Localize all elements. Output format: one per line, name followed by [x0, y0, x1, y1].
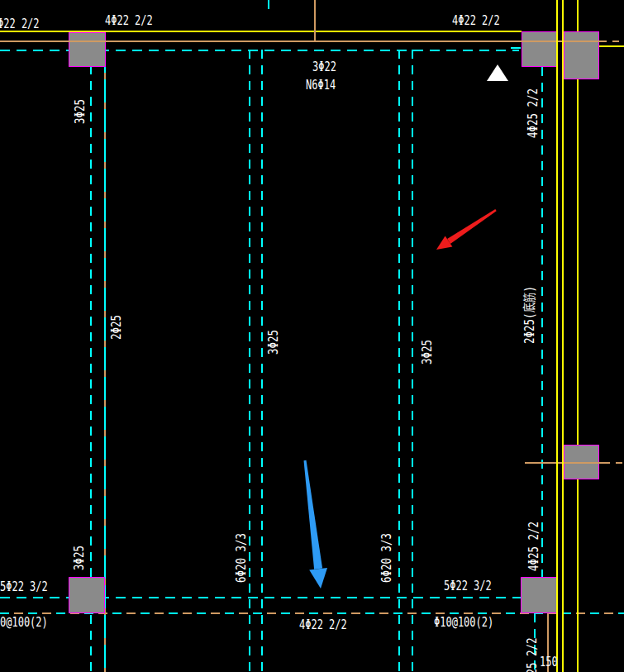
rebar-label-mid-top-bars: 3Φ22	[312, 60, 336, 74]
grid-line-mid-orange-dashed	[603, 462, 624, 464]
rebar-label-top-beam-right: 4Φ22 2/2	[452, 13, 500, 27]
rebar-label-right-beam-top: 4Φ25 2/2	[526, 88, 540, 138]
grid-line-vertical-orange-top	[314, 0, 316, 41]
rebar-label-top-beam-left: 4Φ22 2/2	[105, 13, 153, 27]
blue-arrow-annotation	[304, 460, 328, 589]
rebar-label-right-beam-lower: 4Φ25 2/2	[526, 522, 541, 571]
beam-line-center-b	[261, 50, 263, 672]
rebar-label-center-bottom-left: 6Φ20 3/3	[234, 533, 248, 583]
rebar-label-dim-150: 150	[540, 655, 558, 669]
column-bottom-left	[69, 577, 105, 613]
grid-line-topright-yellow	[598, 45, 624, 47]
rebar-label-left-beam-bottom: 3Φ25	[72, 546, 86, 570]
beam-line-right-b	[412, 50, 413, 672]
red-arrow-annotation	[436, 209, 497, 250]
rebar-label-center-bottom-right: 6Φ20 3/3	[379, 533, 393, 583]
rebar-label-top-left-cut: Φ22 2/2	[0, 17, 40, 31]
grid-line-top-orange	[0, 41, 600, 42]
column-top-right-b	[564, 31, 599, 79]
beam-tick-top-right	[511, 47, 521, 49]
rebar-label-bottom-right-stirrup: Φ10@100(2)	[434, 615, 493, 629]
rebar-label-mid-top-side-bars: N6Φ14	[306, 78, 336, 92]
rebar-label-right-bottom-bars: 2Φ25(底筋)	[522, 286, 536, 344]
rebar-label-right-beam-mid: 3Φ25	[420, 340, 434, 365]
grid-line-vertical-right-3	[577, 0, 579, 672]
triangle-marker	[487, 64, 508, 81]
rebar-label-bottom-edge-cut: 25 2/2	[525, 637, 539, 672]
beam-line-edge-upper	[541, 67, 543, 598]
column-bottom-right	[521, 577, 557, 613]
beam-tick-top-center	[268, 0, 269, 12]
column-top-right-a	[522, 31, 557, 67]
column-top-left	[69, 32, 106, 67]
cad-drawing-canvas: Φ22 2/24Φ22 2/24Φ22 2/23Φ22N6Φ145Φ22 3/2…	[0, 0, 624, 672]
grid-line-vertical-right-2	[562, 0, 564, 672]
beam-line-right-a	[398, 50, 400, 672]
rebar-label-bottom-right-support: 5Φ22 3/2	[444, 579, 492, 593]
beam-line-center-a	[249, 50, 250, 672]
grid-line-vertical-right-1	[556, 0, 558, 672]
rebar-label-left-beam-mid: 2Φ25	[109, 315, 123, 340]
grid-line-top-orange-dashed	[600, 41, 624, 42]
rebar-label-left-beam-top: 3Φ25	[73, 99, 87, 124]
rebar-label-bottom-mid-span: 4Φ22 2/2	[299, 617, 347, 631]
rebar-label-bottom-left-support: 5Φ22 3/2	[0, 579, 48, 593]
rebar-label-bottom-left-stirrup: 0@100(2)	[0, 615, 48, 629]
rebar-label-center-beam-mid: 3Φ25	[266, 330, 280, 355]
grid-line-mid-orange	[525, 462, 603, 464]
